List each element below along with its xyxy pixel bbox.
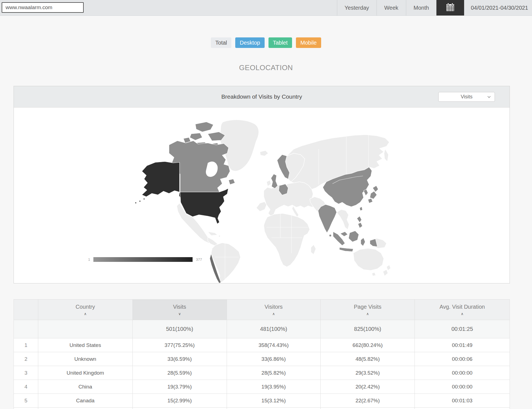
- row-country: Canada: [38, 394, 132, 408]
- row-country: [38, 408, 132, 409]
- table-row[interactable]: 4 China 19(3.79%) 19(3.95%) 20(2.42%) 00…: [14, 380, 510, 394]
- total-filter-button[interactable]: Total: [211, 37, 231, 48]
- device-filter-row: Total Desktop Tablet Mobile: [0, 37, 532, 48]
- row-avg-duration: 00:00:00: [415, 366, 510, 380]
- table-row[interactable]: 5 Canada 15(2.99%) 15(3.12%) 22(2.67%) 0…: [14, 394, 510, 408]
- totals-row: 501(100%) 481(100%) 825(100%) 00:01:25: [14, 320, 510, 338]
- col-country[interactable]: Country ∧: [38, 300, 132, 320]
- table-row-clipped[interactable]: [14, 408, 510, 409]
- row-visits: 377(75.25%): [132, 338, 227, 352]
- row-country: Unknown: [38, 352, 132, 366]
- row-visits: 33(6.59%): [132, 352, 227, 366]
- row-visits: 28(5.59%): [132, 366, 227, 380]
- row-page-visits: 48(5.82%): [321, 352, 415, 366]
- metric-select-value: Visits: [461, 94, 473, 100]
- date-controls: Yesterday Week Month: [337, 0, 532, 16]
- desktop-filter-button[interactable]: Desktop: [235, 37, 264, 48]
- table-row[interactable]: 2 Unknown 33(6.59%) 33(6.86%) 48(5.82%) …: [14, 352, 510, 366]
- week-button[interactable]: Week: [377, 0, 406, 16]
- calendar-button[interactable]: [436, 0, 464, 16]
- row-rank: 5: [14, 394, 38, 408]
- map-legend: 1 377: [88, 257, 202, 262]
- col-avg-duration[interactable]: Avg. Visit Duration ∧: [415, 300, 510, 320]
- col-country-label: Country: [76, 304, 95, 310]
- row-visits: [132, 408, 227, 409]
- yesterday-button[interactable]: Yesterday: [337, 0, 377, 16]
- col-rank: [14, 300, 38, 320]
- row-rank: 4: [14, 380, 38, 394]
- row-page-visits: 20(2.42%): [321, 380, 415, 394]
- row-avg-duration: [415, 408, 510, 409]
- table-body: 501(100%) 481(100%) 825(100%) 00:01:25 1…: [14, 320, 510, 409]
- calendar-icon: [446, 2, 455, 13]
- sort-desc-icon[interactable]: ∨: [133, 312, 227, 316]
- metric-select[interactable]: Visits: [438, 92, 495, 102]
- mobile-filter-button[interactable]: Mobile: [296, 37, 321, 48]
- row-visitors: 19(3.95%): [227, 380, 321, 394]
- legend-gradient-bar: [93, 257, 193, 262]
- row-visits: 19(3.79%): [132, 380, 227, 394]
- row-page-visits: 29(3.52%): [321, 366, 415, 380]
- row-avg-duration: 00:01:49: [415, 338, 510, 352]
- row-visitors: 33(6.86%): [227, 352, 321, 366]
- totals-visitors: 481(100%): [227, 320, 321, 338]
- totals-country-cell: [38, 320, 132, 338]
- page-title: GEOLOCATION: [0, 63, 532, 72]
- topbar: Yesterday Week Month: [0, 0, 532, 16]
- country-stats-table: Country ∧ Visits ∨ Visitors ∧ Page Visit…: [14, 299, 510, 409]
- row-page-visits: [321, 408, 415, 409]
- row-page-visits: 662(80.24%): [321, 338, 415, 352]
- row-visitors: [227, 408, 321, 409]
- col-visitors-label: Visitors: [265, 304, 283, 310]
- world-map[interactable]: 1 377: [14, 108, 510, 283]
- table-row[interactable]: 3 United Kingdom 28(5.59%) 28(5.82%) 29(…: [14, 366, 510, 380]
- row-rank: 2: [14, 352, 38, 366]
- row-visits: 15(2.99%): [132, 394, 227, 408]
- col-page-visits-label: Page Visits: [354, 304, 382, 310]
- row-visitors: 28(5.82%): [227, 366, 321, 380]
- row-country: China: [38, 380, 132, 394]
- row-visitors: 358(74.43%): [227, 338, 321, 352]
- row-country: United States: [38, 338, 132, 352]
- row-country: United Kingdom: [38, 366, 132, 380]
- col-visitors[interactable]: Visitors ∧: [227, 300, 321, 320]
- month-button[interactable]: Month: [406, 0, 437, 16]
- panel-title: Breakdown of Visits by Country: [221, 93, 302, 100]
- table-row[interactable]: 1 United States 377(75.25%) 358(74.43%) …: [14, 338, 510, 352]
- totals-rank-cell: [14, 320, 38, 338]
- choropleth-map-svg: [14, 108, 510, 283]
- row-rank: 3: [14, 366, 38, 380]
- row-rank: 1: [14, 338, 38, 352]
- col-visits-label: Visits: [173, 304, 186, 310]
- totals-visits: 501(100%): [132, 320, 227, 338]
- sort-asc-icon[interactable]: ∧: [227, 312, 321, 316]
- row-page-visits: 22(2.67%): [321, 394, 415, 408]
- col-visits[interactable]: Visits ∨: [132, 300, 227, 320]
- table-header-row: Country ∧ Visits ∨ Visitors ∧ Page Visit…: [14, 300, 510, 320]
- row-rank: [14, 408, 38, 409]
- row-avg-duration: 00:00:06: [415, 352, 510, 366]
- sort-asc-icon[interactable]: ∧: [415, 312, 510, 316]
- sort-asc-icon[interactable]: ∧: [38, 312, 132, 316]
- row-visitors: 15(3.12%): [227, 394, 321, 408]
- date-range-label: 04/01/2021-04/30/2021: [464, 0, 532, 16]
- chevron-down-icon: [487, 95, 490, 98]
- legend-max-label: 377: [196, 257, 202, 262]
- row-avg-duration: 00:00:00: [415, 380, 510, 394]
- sort-asc-icon[interactable]: ∧: [321, 312, 415, 316]
- tablet-filter-button[interactable]: Tablet: [268, 37, 292, 48]
- totals-page-visits: 825(100%): [321, 320, 415, 338]
- geolocation-panel: Breakdown of Visits by Country Visits: [14, 86, 510, 283]
- panel-header: Breakdown of Visits by Country Visits: [14, 86, 510, 108]
- totals-avg-duration: 00:01:25: [415, 320, 510, 338]
- col-avg-duration-label: Avg. Visit Duration: [439, 304, 485, 310]
- legend-min-label: 1: [88, 257, 90, 262]
- col-page-visits[interactable]: Page Visits ∧: [321, 300, 415, 320]
- url-input[interactable]: [2, 2, 84, 13]
- row-avg-duration: 00:01:03: [415, 394, 510, 408]
